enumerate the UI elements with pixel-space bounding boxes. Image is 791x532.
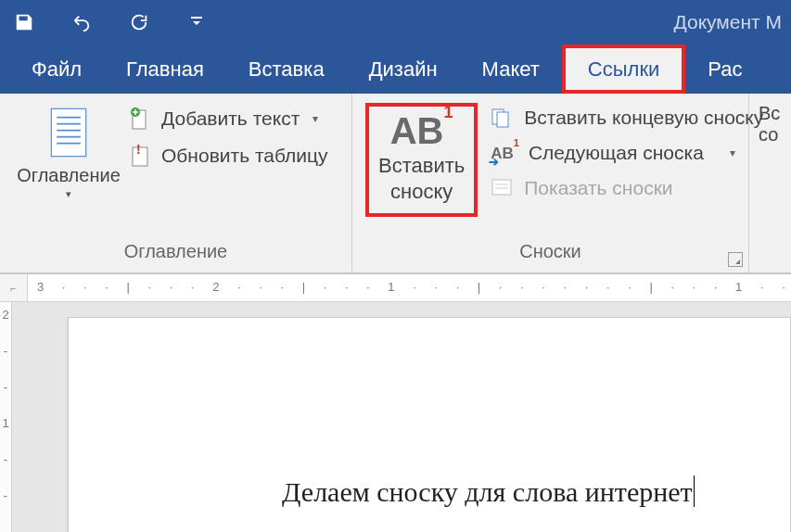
ruler-horizontal-area: ⌐ 3 · · · | · · · 2 · · · | · · · 1 · · … [0, 274, 791, 302]
footnote-icon: AB1 [387, 112, 457, 149]
next-footnote-button[interactable]: AB1 ➔ Следующая сноска ▾ [491, 142, 763, 164]
vruler-mark: 2 [2, 308, 8, 322]
ribbon-tabs: Файл Главная Вставка Дизайн Макет Ссылки… [0, 44, 791, 94]
undo-button[interactable] [67, 7, 96, 37]
text-cursor [694, 475, 695, 507]
endnote-icon [491, 107, 515, 129]
tab-design[interactable]: Дизайн [347, 44, 460, 94]
group-table-of-contents: Оглавление ▾ Добавить текст ▾ ! [0, 94, 352, 272]
vruler-mark: - [4, 344, 7, 358]
document-text[interactable]: Делаем сноску для слова интернет [282, 476, 693, 507]
repeat-icon [128, 12, 150, 32]
update-table-label: Обновить таблицу [161, 145, 328, 167]
qat-customize-button[interactable] [182, 7, 211, 37]
insert-endnote-button[interactable]: Вставить концевую сноску [491, 107, 763, 129]
tab-home[interactable]: Главная [104, 44, 226, 94]
svg-rect-12 [497, 112, 508, 127]
ruler-vertical[interactable]: 2 - - 1 - - [0, 302, 12, 532]
svg-rect-1 [51, 108, 85, 156]
next-footnote-label: Следующая сноска [529, 142, 704, 164]
repeat-button[interactable] [124, 7, 154, 37]
chevron-down-icon: ▾ [313, 112, 318, 125]
insert-footnote-button[interactable]: AB1 Вставить сноску [365, 103, 478, 217]
vruler-mark: - [4, 452, 7, 466]
chevron-down-icon [190, 16, 203, 29]
group-trailing: Вс со [749, 94, 791, 272]
update-table-button[interactable]: ! Обновить таблицу [130, 144, 328, 168]
toc-button-label: Оглавление [17, 164, 121, 186]
trailing-text-1: Вс [759, 103, 791, 124]
add-text-label: Добавить текст [161, 108, 300, 130]
tab-file[interactable]: Файл [9, 44, 104, 94]
show-notes-button: Показать сноски [491, 177, 763, 199]
save-icon [14, 12, 34, 32]
group-label-footnotes: Сноски [352, 241, 748, 272]
save-button[interactable] [9, 7, 39, 37]
table-of-contents-button[interactable]: Оглавление ▾ [13, 103, 124, 204]
footnotes-dialog-launcher[interactable] [728, 252, 743, 267]
tab-insert[interactable]: Вставка [226, 44, 347, 94]
group-footnotes: AB1 Вставить сноску Вставить концевую сн… [352, 94, 749, 272]
chevron-down-icon: ▾ [66, 188, 71, 200]
tab-mailings[interactable]: Рас [685, 44, 764, 94]
page[interactable]: Делаем сноску для слова интернет [68, 317, 791, 532]
svg-rect-0 [191, 17, 202, 19]
ruler-horizontal[interactable]: 3 · · · | · · · 2 · · · | · · · 1 · · · … [28, 274, 791, 301]
page-viewport[interactable]: Делаем сноску для слова интернет [12, 302, 791, 532]
chevron-down-icon: ▾ [730, 146, 735, 159]
toc-icon [46, 107, 91, 158]
ribbon: Оглавление ▾ Добавить текст ▾ ! [0, 94, 791, 274]
group-label-toc: Оглавление [0, 241, 351, 272]
insert-footnote-label-1: Вставить [378, 153, 465, 179]
undo-icon [70, 12, 94, 32]
document-title: Документ M [674, 11, 782, 33]
quick-access-toolbar [9, 7, 211, 37]
footnote-icon-text: AB [390, 110, 444, 151]
svg-rect-13 [492, 180, 511, 195]
vruler-mark: 1 [2, 416, 8, 430]
trailing-text-2: со [759, 124, 791, 146]
next-footnote-icon: AB1 ➔ [491, 143, 519, 163]
tab-layout[interactable]: Макет [460, 44, 562, 94]
document-area: 2 - - 1 - - Делаем сноску для слова инте… [0, 302, 791, 532]
insert-endnote-label: Вставить концевую сноску [524, 107, 763, 129]
show-notes-icon [491, 178, 515, 198]
show-notes-label: Показать сноски [524, 177, 672, 199]
ruler-corner: ⌐ [0, 274, 28, 301]
tab-references[interactable]: Ссылки [562, 44, 685, 94]
add-text-icon [130, 107, 152, 131]
vruler-mark: - [4, 380, 7, 394]
add-text-button[interactable]: Добавить текст ▾ [130, 107, 328, 131]
title-bar: Документ M [0, 0, 791, 44]
insert-footnote-label-2: сноску [378, 179, 465, 205]
footnote-icon-sup: 1 [444, 103, 453, 121]
update-table-icon: ! [130, 144, 152, 168]
svg-text:!: ! [136, 144, 141, 157]
vruler-mark: - [4, 488, 7, 502]
